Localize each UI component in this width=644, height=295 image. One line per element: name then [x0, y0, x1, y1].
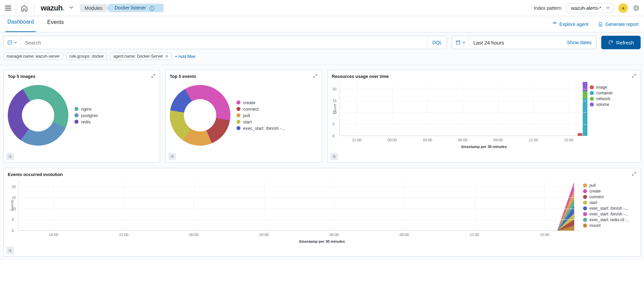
expand-icon [632, 172, 636, 176]
saved-query-icon [7, 40, 12, 45]
svg-point-6 [8, 155, 9, 156]
expand-panel-button[interactable] [632, 172, 636, 177]
breadcrumb-modules[interactable]: Modules [80, 4, 107, 12]
svg-point-10 [170, 156, 171, 157]
legend-item[interactable]: start [236, 119, 285, 124]
legend-item[interactable]: connect [583, 195, 636, 199]
tab-events[interactable]: Events [45, 16, 66, 32]
svg-point-9 [170, 155, 171, 156]
search-options-button[interactable] [4, 36, 21, 49]
legend-item[interactable]: exec_start: redis-cli ... [583, 217, 636, 222]
svg-point-11 [170, 157, 171, 158]
explore-agent-button[interactable]: Explore agent [552, 22, 588, 27]
panel-resources: Resources usage over time Count 05101520… [327, 70, 641, 163]
date-range-wrap: Last 24 hours Show dates [452, 36, 597, 49]
legend-toggle-button[interactable] [330, 153, 338, 160]
expand-panel-button[interactable] [151, 73, 156, 79]
document-icon [598, 22, 603, 27]
calendar-icon [455, 40, 461, 45]
broadcast-icon [552, 22, 557, 27]
home-button[interactable] [20, 4, 28, 12]
breadcrumb-docker-label: Docker listener [115, 5, 146, 10]
list-icon [8, 154, 12, 158]
legend-item[interactable]: pull [236, 113, 285, 118]
panel-title: Events occurred evolution [8, 172, 63, 177]
tabs-row: Dashboard Events Explore agent Generate … [0, 16, 644, 32]
svg-point-4 [9, 42, 10, 43]
svg-point-22 [8, 249, 9, 250]
legend-item[interactable]: redis [74, 119, 98, 124]
area-shape [19, 180, 580, 231]
panel-legend: nginxpostgresredis [74, 105, 98, 126]
refresh-button[interactable]: Refresh [601, 36, 641, 49]
panel-legend: pullcreateconnectstartexec_start: /bin/s… [580, 180, 637, 231]
legend-item[interactable]: mount [583, 223, 636, 228]
donut-ring [8, 85, 68, 146]
user-avatar[interactable]: a [618, 3, 628, 13]
expand-panel-button[interactable] [632, 73, 636, 79]
info-icon[interactable]: i [150, 6, 154, 11]
expand-icon [632, 73, 636, 78]
lifebuoy-icon [633, 5, 640, 11]
svg-point-2 [554, 23, 555, 24]
expand-icon [313, 73, 318, 78]
refresh-label: Refresh [616, 40, 634, 46]
svg-point-8 [8, 157, 9, 158]
chevron-down-icon [606, 5, 610, 11]
add-filter-button[interactable]: + Add filter [175, 54, 196, 59]
legend-item[interactable]: exec_start: /bin/sh -... [583, 212, 636, 216]
legend-item[interactable]: connect [236, 107, 285, 112]
panel-title: Top 5 images [8, 74, 35, 79]
svg-rect-5 [456, 41, 460, 44]
date-quick-select[interactable] [452, 36, 469, 49]
panel-events-evolution: Events occurred evolution Events 0510152… [3, 168, 641, 257]
filter-bar: manager.name: wazuh-server rule.groups: … [0, 49, 644, 65]
filter-pill-agent[interactable]: agent.name: Docker-Server ✕ [110, 53, 171, 60]
legend-item[interactable]: pull [583, 183, 636, 188]
index-pattern-value: wazuh-alerts-* [571, 5, 601, 11]
legend-toggle-button[interactable] [6, 247, 14, 254]
legend-item[interactable]: image [590, 85, 636, 90]
svg-point-23 [8, 250, 9, 251]
x-axis-label: timestamp per 30 minutes [328, 145, 640, 149]
list-icon [332, 154, 336, 158]
legend-toggle-button[interactable] [168, 153, 176, 160]
expand-panel-button[interactable] [313, 73, 318, 79]
panel-top5-images: Top 5 images nginxpostgresredis [3, 70, 160, 163]
legend-item[interactable]: nginx [74, 107, 98, 112]
panel-title: Resources usage over time [332, 74, 389, 79]
remove-filter-icon[interactable]: ✕ [165, 54, 168, 59]
legend-item[interactable]: exec_start: /bin/sh -... [583, 206, 636, 211]
svg-point-24 [8, 251, 9, 252]
legend-item[interactable]: network [590, 96, 636, 101]
search-input[interactable] [21, 36, 427, 49]
legend-item[interactable]: postgres [74, 113, 98, 118]
legend-item[interactable]: volume [590, 102, 636, 107]
list-icon [170, 154, 174, 158]
generate-report-label: Generate report [605, 22, 639, 27]
legend-item[interactable]: create [236, 100, 285, 105]
legend-item[interactable]: start [583, 200, 636, 205]
filter-pill-rulegroups[interactable]: rule.groups: docker [66, 53, 107, 60]
index-pattern-dropdown[interactable]: wazuh-alerts-* [566, 3, 614, 13]
legend-item[interactable]: container [590, 91, 636, 95]
chevron-down-icon [14, 41, 17, 44]
expand-icon [151, 73, 156, 78]
wazuh-logo[interactable]: wazuh. [41, 4, 64, 12]
menu-toggle[interactable] [4, 2, 16, 14]
tab-dashboard[interactable]: Dashboard [5, 16, 36, 32]
filter-pill-manager[interactable]: manager.name: wazuh-server [3, 53, 63, 60]
date-range-label[interactable]: Last 24 hours [469, 36, 562, 49]
legend-toggle-button[interactable] [6, 153, 14, 160]
legend-item[interactable]: create [583, 189, 636, 194]
list-icon [8, 248, 12, 253]
show-dates-button[interactable]: Show dates [562, 36, 596, 49]
dashboard-grid: Top 5 images nginxpostgresredis Top 5 ev… [0, 65, 644, 260]
chevron-down-icon[interactable] [69, 5, 74, 11]
dql-toggle[interactable]: DQL [427, 36, 447, 49]
panel-title: Top 5 events [170, 74, 196, 79]
generate-report-button[interactable]: Generate report [598, 22, 639, 27]
legend-item[interactable]: exec_start: /bin/sh -... [236, 126, 285, 131]
breadcrumb-docker-listener[interactable]: Docker listener i [110, 4, 163, 12]
help-button[interactable] [633, 4, 640, 12]
